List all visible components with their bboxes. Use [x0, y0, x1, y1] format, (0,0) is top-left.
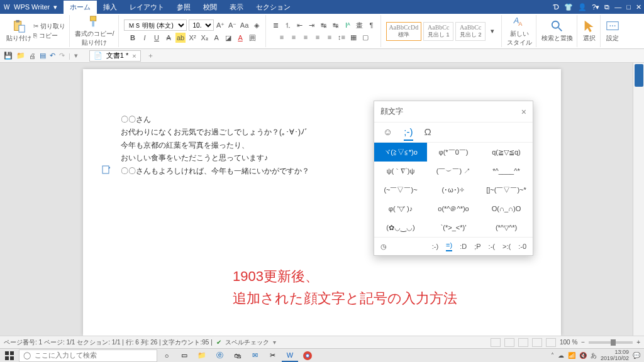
print-preview-icon[interactable]: ▤: [40, 52, 46, 60]
maximize-icon[interactable]: □: [626, 3, 631, 11]
change-case-icon[interactable]: Aa: [240, 20, 250, 30]
popup-tab-symbol[interactable]: Ω: [425, 126, 431, 141]
action-center-icon[interactable]: 💬: [633, 352, 640, 359]
strike-icon[interactable]: A: [164, 33, 174, 43]
font-size-select[interactable]: 10.5: [189, 19, 214, 31]
find-replace-button[interactable]: 検索と置換: [541, 19, 573, 43]
indent-icon[interactable]: ⇥: [307, 20, 317, 30]
align-left-icon[interactable]: ≡: [277, 32, 287, 42]
help-icon[interactable]: ?▾: [592, 3, 599, 11]
borders-icon[interactable]: ▢: [360, 32, 370, 42]
tab-close-icon[interactable]: ×: [132, 52, 136, 60]
highlight-icon[interactable]: ab: [175, 33, 186, 43]
kaomoji-cell[interactable]: (￣︶￣) ↗: [427, 162, 480, 180]
kaomoji-cell[interactable]: φ( '▽' )♪: [374, 199, 427, 218]
tab-layout[interactable]: レイアウト: [123, 1, 170, 14]
view-print-icon[interactable]: [504, 338, 514, 347]
copy-button[interactable]: ⎘ コピー: [33, 31, 65, 40]
ime-icon[interactable]: あ: [591, 351, 597, 360]
para-shading-icon[interactable]: ▦: [348, 32, 358, 42]
asian-layout-icon[interactable]: 畫: [355, 20, 365, 30]
volume-icon[interactable]: 🔇: [579, 352, 587, 359]
grow-font-icon[interactable]: A⁺: [216, 20, 226, 30]
outdent-icon[interactable]: ⇤: [295, 20, 305, 30]
bullets-icon[interactable]: ≣: [271, 20, 281, 30]
tab-reference[interactable]: 参照: [170, 1, 197, 14]
bold-icon[interactable]: B: [128, 33, 138, 43]
collapse-icon[interactable]: ⧉: [604, 3, 609, 11]
sub-icon[interactable]: X₂: [199, 33, 209, 43]
mail-icon[interactable]: ✉: [247, 349, 263, 362]
kaomoji-cell[interactable]: ヾ(≧▽≦*)o: [374, 143, 427, 162]
clock[interactable]: 13:09 2019/10/02: [601, 349, 629, 361]
text-direction-icon[interactable]: Ⅰᴬ: [343, 20, 353, 30]
emoticon-item[interactable]: :-(: [489, 243, 495, 250]
kaomoji-cell[interactable]: (✿◡‿◡): [374, 218, 427, 237]
view-nav-icon[interactable]: [491, 338, 501, 347]
wifi-icon[interactable]: 📶: [568, 352, 575, 359]
cortana-icon[interactable]: ○: [158, 349, 175, 362]
align-center-icon[interactable]: ≡: [289, 32, 299, 42]
taskview-icon[interactable]: ▭: [176, 349, 192, 362]
underline-icon[interactable]: U: [152, 33, 162, 43]
explorer-icon[interactable]: 📁: [194, 349, 210, 362]
show-marks-icon[interactable]: ¶: [367, 20, 377, 30]
spellcheck-label[interactable]: スペルチェック: [225, 338, 269, 347]
emoticon-item[interactable]: :D: [460, 243, 467, 250]
open-icon[interactable]: 📁: [16, 52, 25, 60]
paragraph-options-icon[interactable]: [102, 165, 112, 175]
kaomoji-cell[interactable]: O(∩_∩)O: [480, 199, 533, 218]
style-normal[interactable]: AaBbCcDd 標準: [386, 22, 422, 41]
kaomoji-cell[interactable]: o(*^＠^*)o: [427, 199, 480, 218]
side-panel-handle[interactable]: [635, 64, 643, 87]
popup-tab-emoji[interactable]: ☺: [383, 126, 392, 141]
wordart-icon[interactable]: A: [211, 33, 221, 43]
spellcheck-icon[interactable]: ✔: [216, 339, 221, 346]
tab-review[interactable]: 校閲: [197, 1, 223, 14]
new-tab-button[interactable]: ＋: [147, 51, 154, 60]
tab-view[interactable]: 表示: [223, 1, 250, 14]
styles-more-icon[interactable]: ▾: [487, 26, 497, 36]
emoticon-item[interactable]: :-0: [518, 243, 526, 250]
kaomoji-cell[interactable]: (~￣▽￣)~: [374, 180, 427, 199]
minimize-icon[interactable]: —: [614, 3, 621, 11]
kaomoji-cell[interactable]: (*^▽^*): [480, 218, 533, 237]
tabs-right-icon[interactable]: ↹: [331, 20, 341, 30]
user-icon[interactable]: 👤: [578, 3, 587, 11]
tab-insert[interactable]: 挿入: [97, 1, 123, 14]
print-icon[interactable]: 🖨: [29, 52, 36, 60]
paste-button[interactable]: 貼り付け: [6, 19, 31, 43]
document-tab[interactable]: 📄 文書1 * ×: [89, 50, 141, 62]
snip-icon[interactable]: ✂: [264, 349, 280, 362]
popup-close-icon[interactable]: ×: [521, 107, 526, 117]
shading-icon[interactable]: ◪: [223, 33, 233, 43]
wps-icon[interactable]: W: [282, 349, 298, 362]
tabs-left-icon[interactable]: ↹: [319, 20, 329, 30]
taskbar-search[interactable]: ◯ ここに入力して検索: [19, 349, 157, 362]
settings-button[interactable]: 設定: [606, 19, 619, 43]
view-outline-icon[interactable]: [518, 338, 528, 347]
style-heading2[interactable]: AaBbCc 見出し 2: [455, 22, 486, 41]
align-right-icon[interactable]: ≡: [301, 32, 311, 42]
start-button[interactable]: [1, 349, 18, 362]
select-button[interactable]: 選択: [582, 19, 596, 43]
chrome-icon[interactable]: [299, 349, 316, 362]
kaomoji-cell[interactable]: (･ω･)✧: [427, 180, 480, 199]
recent-icon[interactable]: ◷: [380, 243, 387, 251]
view-web-icon[interactable]: [532, 338, 542, 347]
numbering-icon[interactable]: ⒈: [283, 20, 293, 30]
line-spacing-icon[interactable]: ↕≡: [336, 32, 347, 42]
justify-icon[interactable]: ≡: [313, 32, 323, 42]
redo-icon[interactable]: ↷: [59, 52, 65, 60]
emoticon-item[interactable]: >:(: [502, 243, 511, 250]
style-heading1[interactable]: AaBbCc 見出し 1: [423, 22, 453, 41]
emoticon-item[interactable]: ;P: [474, 243, 480, 250]
kaomoji-cell[interactable]: q(≧▽≦q): [480, 143, 533, 162]
format-painter-button[interactable]: 書式のコピー/ 貼り付け: [75, 15, 114, 47]
kaomoji-cell[interactable]: *^____^*: [480, 162, 533, 180]
kaomoji-cell[interactable]: φ(*￣0￣): [427, 143, 480, 162]
cloud-icon[interactable]: Ɗ: [553, 3, 559, 11]
zoom-slider[interactable]: [589, 341, 633, 344]
kaomoji-cell[interactable]: ψ(｀∇´)ψ: [374, 162, 427, 180]
emoticon-item[interactable]: =): [446, 241, 452, 251]
